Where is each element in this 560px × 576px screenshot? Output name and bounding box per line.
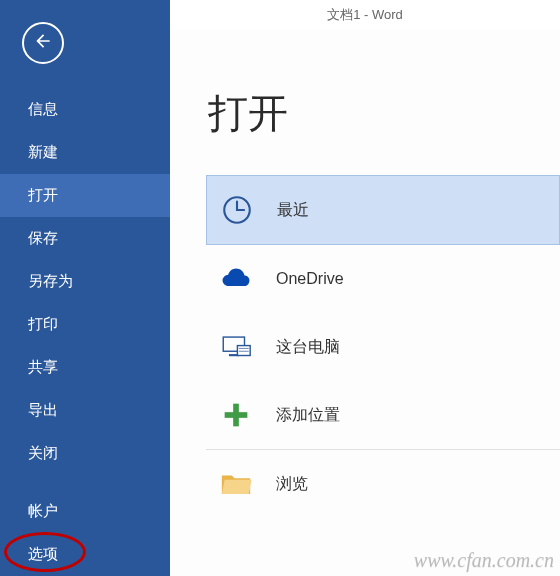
- svg-rect-3: [237, 346, 250, 356]
- sidebar-item-label: 打印: [28, 315, 58, 332]
- sidebar-item-account[interactable]: 帐户: [0, 490, 170, 533]
- sidebar-spacer: [0, 475, 170, 490]
- svg-rect-5: [225, 412, 248, 418]
- sidebar-item-save[interactable]: 保存: [0, 217, 170, 260]
- sidebar-item-open[interactable]: 打开: [0, 174, 170, 217]
- sidebar-item-label: 保存: [28, 229, 58, 246]
- sidebar-item-print[interactable]: 打印: [0, 303, 170, 346]
- window-title-text: 文档1 - Word: [327, 7, 403, 22]
- sidebar-item-label: 另存为: [28, 272, 73, 289]
- open-browse-section: 浏览: [206, 450, 560, 518]
- place-label: 这台电脑: [276, 337, 340, 358]
- sidebar-item-label: 关闭: [28, 444, 58, 461]
- open-places-list: 最近 OneDrive 这台电脑 添加位置: [206, 175, 560, 450]
- place-recent[interactable]: 最近: [206, 175, 560, 245]
- sidebar-item-share[interactable]: 共享: [0, 346, 170, 389]
- backstage-sidebar: 信息 新建 打开 保存 另存为 打印 共享 导出 关闭 帐户 选项: [0, 0, 170, 576]
- cloud-icon: [218, 261, 254, 297]
- back-arrow-icon: [33, 31, 53, 55]
- computer-icon: [218, 329, 254, 365]
- sidebar-item-close[interactable]: 关闭: [0, 432, 170, 475]
- place-label: 最近: [277, 200, 309, 221]
- sidebar-item-label: 打开: [28, 186, 58, 203]
- sidebar-item-label: 共享: [28, 358, 58, 375]
- window-title: 文档1 - Word: [170, 0, 560, 30]
- page-title: 打开: [208, 86, 560, 141]
- place-label: 添加位置: [276, 405, 340, 426]
- sidebar-item-save-as[interactable]: 另存为: [0, 260, 170, 303]
- plus-icon: [218, 397, 254, 433]
- folder-icon: [218, 466, 254, 502]
- place-label: 浏览: [276, 474, 308, 495]
- sidebar-item-label: 帐户: [28, 502, 58, 519]
- sidebar-item-label: 导出: [28, 401, 58, 418]
- place-browse[interactable]: 浏览: [206, 450, 560, 518]
- sidebar-item-label: 信息: [28, 100, 58, 117]
- place-onedrive[interactable]: OneDrive: [206, 245, 560, 313]
- place-label: OneDrive: [276, 270, 344, 288]
- sidebar-item-label: 新建: [28, 143, 58, 160]
- sidebar-item-export[interactable]: 导出: [0, 389, 170, 432]
- watermark-text: www.cfan.com.cn: [414, 549, 554, 572]
- back-button[interactable]: [22, 22, 64, 64]
- place-this-pc[interactable]: 这台电脑: [206, 313, 560, 381]
- sidebar-item-new[interactable]: 新建: [0, 131, 170, 174]
- backstage-main: 文档1 - Word 打开 最近 OneDrive 这台电脑: [170, 0, 560, 576]
- sidebar-item-options[interactable]: 选项: [0, 533, 170, 576]
- clock-icon: [219, 192, 255, 228]
- sidebar-item-info[interactable]: 信息: [0, 88, 170, 131]
- place-add-location[interactable]: 添加位置: [206, 381, 560, 449]
- sidebar-item-label: 选项: [28, 545, 58, 562]
- backstage-container: 信息 新建 打开 保存 另存为 打印 共享 导出 关闭 帐户 选项 文档1 - …: [0, 0, 560, 576]
